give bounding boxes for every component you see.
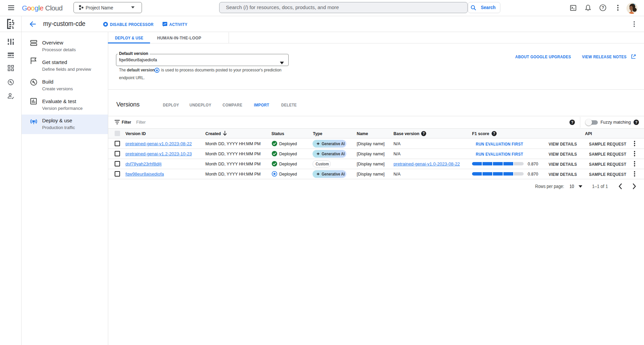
svg-text:?: ? xyxy=(493,132,495,135)
svg-text:?: ? xyxy=(602,5,604,10)
svg-text:?: ? xyxy=(635,120,638,124)
svg-text:?: ? xyxy=(422,132,425,135)
svg-text:?: ? xyxy=(571,120,574,124)
